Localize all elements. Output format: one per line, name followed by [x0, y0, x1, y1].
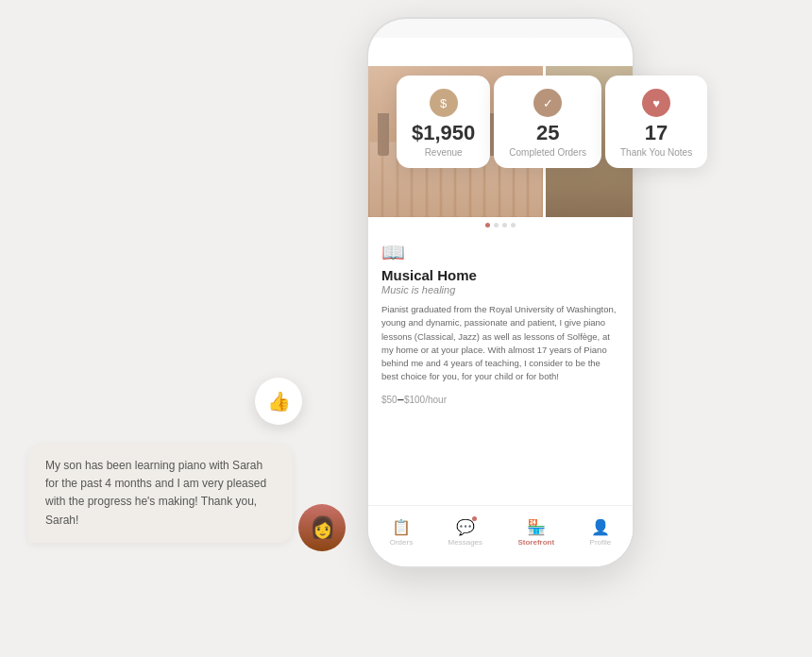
profile-nav-label: Profile — [590, 538, 612, 547]
thumbs-up-icon: 👍 — [267, 390, 291, 413]
orders-nav-icon: 📋 — [392, 518, 411, 536]
price-unit: /hour — [425, 395, 447, 405]
orders-card: ✓ 25 Completed Orders — [494, 76, 601, 168]
orders-label: Completed Orders — [509, 147, 586, 159]
service-price: $50–$100/hour — [381, 392, 619, 406]
orders-nav-label: Orders — [390, 538, 413, 547]
dot-2 — [494, 223, 499, 227]
notes-label: Thank You Notes — [620, 147, 692, 159]
dot-1 — [485, 223, 490, 227]
orders-icon: ✓ — [533, 89, 562, 117]
service-content: 📖 Musical Home Music is healing Pianist … — [368, 233, 633, 481]
messages-nav-icon: 💬 — [456, 518, 475, 536]
dot-4 — [511, 223, 516, 227]
price-min: $50 — [381, 395, 398, 405]
notes-icon: ♥ — [642, 89, 670, 117]
bottom-nav: 📋 Orders 💬 Messages 🏪 Storefront 👤 Profi… — [368, 505, 633, 566]
book-icon: 📖 — [381, 241, 619, 263]
price-max: $100 — [404, 395, 425, 405]
revenue-card: $ $1,950 Revenue — [397, 76, 490, 168]
messages-nav-label: Messages — [448, 538, 482, 547]
service-title: Musical Home — [381, 267, 619, 283]
service-subtitle: Music is healing — [381, 284, 619, 295]
profile-nav-icon: 👤 — [591, 518, 610, 536]
nav-profile[interactable]: 👤 Profile — [590, 518, 612, 547]
user-avatar: 👩 — [298, 504, 346, 551]
notes-card: ♥ 17 Thank You Notes — [605, 76, 707, 168]
revenue-icon: $ — [430, 89, 458, 117]
notes-value: 17 — [620, 123, 692, 143]
carousel-dots — [368, 217, 633, 233]
revenue-label: Revenue — [412, 147, 475, 159]
phone-notch — [463, 19, 538, 38]
revenue-value: $1,950 — [412, 123, 475, 143]
nav-storefront[interactable]: 🏪 Storefront — [517, 518, 554, 547]
service-description: Pianist graduated from the Royal Univers… — [381, 303, 619, 384]
dot-3 — [502, 223, 507, 227]
thumbs-up-float[interactable]: 👍 — [255, 378, 302, 425]
storefront-nav-label: Storefront — [517, 538, 554, 547]
chat-bubble: My son has been learning piano with Sara… — [28, 444, 293, 543]
orders-value: 25 — [509, 123, 586, 143]
nav-orders[interactable]: 📋 Orders — [390, 518, 413, 547]
storefront-nav-icon: 🏪 — [527, 518, 546, 536]
stats-overlay: $ $1,950 Revenue ✓ 25 Completed Orders ♥… — [397, 76, 707, 168]
nav-messages[interactable]: 💬 Messages — [448, 518, 482, 547]
avatar-image: 👩 — [298, 504, 346, 551]
chat-text: My son has been learning piano with Sara… — [45, 459, 266, 527]
